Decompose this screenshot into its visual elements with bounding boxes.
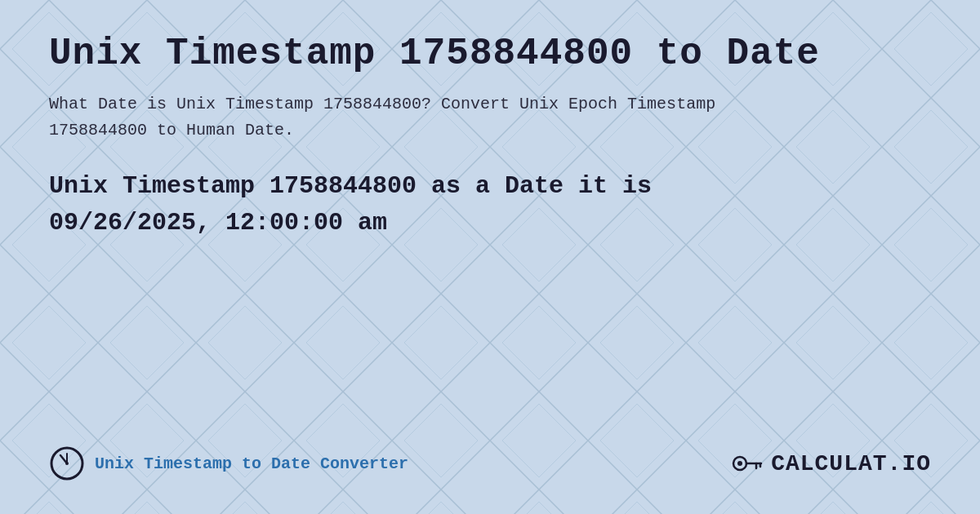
logo-icon — [732, 450, 764, 476]
result-line1: Unix Timestamp 1758844800 as a Date it i… — [49, 172, 652, 200]
svg-point-9 — [737, 461, 742, 466]
page-footer: Unix Timestamp to Date Converter CALCULA… — [49, 429, 931, 481]
svg-point-7 — [65, 462, 69, 465]
page-description: What Date is Unix Timestamp 1758844800? … — [49, 91, 784, 144]
logo-text: CALCULAT.IO — [771, 451, 931, 476]
clock-icon — [49, 445, 85, 481]
converter-label: Unix Timestamp to Date Converter — [95, 454, 408, 473]
calculatio-logo[interactable]: CALCULAT.IO — [732, 450, 931, 476]
result-line2: 09/26/2025, 12:00:00 am — [49, 209, 387, 237]
page-title: Unix Timestamp 1758844800 to Date — [49, 33, 931, 75]
result-display: Unix Timestamp 1758844800 as a Date it i… — [49, 168, 931, 241]
footer-converter-link[interactable]: Unix Timestamp to Date Converter — [49, 445, 408, 481]
